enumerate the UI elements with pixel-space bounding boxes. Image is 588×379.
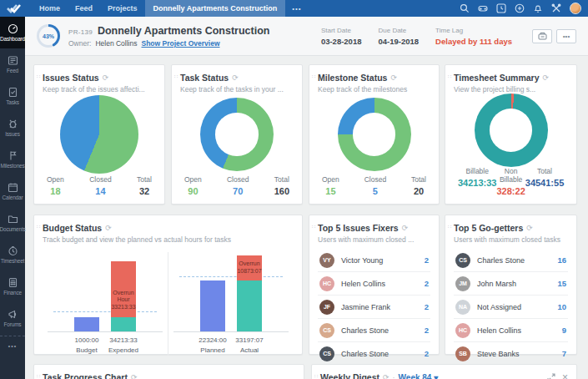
sidebar-item-finance[interactable]: Finance: [0, 270, 25, 302]
sidebar-item-forums[interactable]: Forums: [0, 302, 25, 334]
user-name: Charles Stone: [341, 350, 389, 358]
separator-dot: ·: [393, 373, 395, 379]
avatar: JM: [455, 276, 470, 291]
refresh-icon[interactable]: ⟳: [383, 373, 389, 379]
user-name: Not Assigned: [477, 303, 521, 311]
user-list-item[interactable]: SBSteve Banks7: [454, 342, 568, 365]
user-list-item[interactable]: HCHelen Collins2: [318, 272, 430, 296]
refresh-icon[interactable]: ⟳: [232, 73, 239, 82]
user-list-item[interactable]: CSCharles Stone2: [318, 319, 430, 342]
card-subtitle: Users with maximum closed ...: [318, 235, 430, 244]
sidebar-item-issues[interactable]: Issues: [0, 112, 25, 144]
stat-closed: Closed14: [89, 175, 111, 196]
sidebar-item-tasks[interactable]: Tasks: [0, 80, 25, 112]
user-list-item[interactable]: JMJohn Marsh15: [454, 272, 568, 296]
user-list-item[interactable]: CSCharles Stone16: [454, 249, 568, 272]
close-icon[interactable]: ×: [562, 372, 568, 379]
project-title: Donnelly Apartments Construction: [98, 25, 270, 37]
user-name: Steve Banks: [477, 350, 520, 358]
zoho-projects-logo-icon[interactable]: [7, 3, 22, 13]
layout-icon: [538, 32, 547, 40]
bar-label: 1000:00Budget: [68, 336, 105, 356]
closed-count[interactable]: 16: [557, 255, 566, 265]
project-progress-value: 43%: [43, 33, 54, 39]
drag-handle-icon[interactable]: ∷: [37, 373, 40, 379]
user-avatar[interactable]: [570, 3, 581, 14]
header-more-button[interactable]: •••: [556, 29, 576, 43]
card-subtitle: Track budget and view the planned vs act…: [43, 235, 294, 244]
expand-icon[interactable]: [547, 373, 555, 379]
drag-handle-icon[interactable]: ∷: [312, 73, 315, 79]
sidebar-item-dashboard[interactable]: Dashboard: [0, 17, 25, 48]
closed-count[interactable]: 2: [425, 326, 429, 335]
sidebar-item-documents[interactable]: Documents: [0, 207, 25, 239]
user-name: John Marsh: [477, 280, 516, 288]
tasks-icon: [8, 87, 18, 98]
closed-count[interactable]: 2: [425, 255, 429, 265]
sidebar-item-timesheet[interactable]: Timesheet: [0, 239, 25, 270]
search-icon[interactable]: [460, 3, 470, 13]
drag-handle-icon[interactable]: ∷: [37, 73, 40, 79]
avatar: JF: [319, 300, 334, 315]
card-task-status: ∷ Task Status ⟳ Keep track of the tasks …: [171, 64, 303, 205]
sidebar-item-calendar[interactable]: Calendar: [0, 175, 25, 207]
gamepad-icon[interactable]: [478, 3, 488, 13]
refresh-icon[interactable]: ⟳: [543, 73, 550, 82]
card-title: Timesheet Summary: [454, 73, 540, 83]
user-name: Helen Collins: [341, 280, 385, 288]
show-project-overview-link[interactable]: Show Project Overview: [142, 39, 220, 48]
sidebar-more-icon[interactable]: •••: [0, 336, 25, 349]
card-title: Budget Status: [43, 223, 102, 233]
stat-total: Total20: [411, 175, 426, 196]
card-subtitle: Users with maximum closed tasks: [454, 235, 568, 244]
drag-handle-icon[interactable]: ∷: [37, 224, 40, 230]
user-list-item[interactable]: HCHelen Collins9: [454, 319, 568, 342]
drag-handle-icon[interactable]: ∷: [448, 224, 451, 230]
card-title: Weekly Digest: [320, 372, 379, 379]
user-list-item[interactable]: CSCharles Stone2: [318, 342, 430, 365]
user-list-item[interactable]: NANot Assigned10: [454, 296, 568, 319]
nav-more-icon[interactable]: •••: [285, 5, 308, 13]
sidebar-item-milestones[interactable]: Milestones: [0, 144, 25, 175]
setup-tools-icon[interactable]: [551, 3, 561, 13]
layout-button[interactable]: [532, 29, 552, 43]
recent-items-icon[interactable]: [496, 3, 506, 13]
closed-count[interactable]: 2: [425, 279, 429, 288]
user-list-item[interactable]: VYVictor Young2: [318, 249, 430, 272]
refresh-icon[interactable]: ⟳: [526, 224, 533, 232]
closed-count[interactable]: 2: [425, 349, 429, 358]
drag-handle-icon[interactable]: ∷: [174, 73, 178, 79]
closed-count[interactable]: 2: [425, 302, 429, 311]
tab-active-project[interactable]: Donnelly Apartments Construction: [145, 0, 286, 17]
refresh-icon[interactable]: ⟳: [103, 73, 109, 82]
nav-projects[interactable]: Projects: [100, 0, 145, 17]
week-selector-dropdown[interactable]: Week 84 ▾: [399, 373, 439, 379]
avatar: SB: [455, 346, 470, 361]
closed-count[interactable]: 10: [557, 302, 566, 311]
closed-count[interactable]: 7: [562, 349, 566, 358]
closed-count[interactable]: 9: [562, 326, 566, 335]
nav-feed[interactable]: Feed: [68, 0, 100, 17]
card-subtitle: Keep track of the milestones: [318, 85, 430, 93]
card-title: Task Progress Chart: [43, 372, 128, 379]
refresh-icon[interactable]: ⟳: [131, 373, 138, 379]
issues-fixers-list: VYVictor Young2HCHelen Collins2JFJasmine…: [318, 249, 430, 365]
refresh-icon[interactable]: ⟳: [105, 224, 112, 232]
drag-handle-icon[interactable]: ∷: [314, 373, 318, 379]
stat-total: Total160: [274, 175, 289, 196]
notifications-bell-icon[interactable]: [533, 3, 543, 13]
add-icon[interactable]: [515, 3, 525, 13]
user-list-item[interactable]: JFJasmine Frank2: [318, 296, 430, 319]
refresh-icon[interactable]: ⟳: [390, 73, 397, 82]
nav-home[interactable]: Home: [32, 0, 68, 17]
closed-count[interactable]: 15: [557, 279, 566, 288]
budget-bar-chart: OverrunHour33213:331000:00Budget34213:33…: [43, 252, 294, 356]
drag-handle-icon[interactable]: ∷: [448, 73, 451, 79]
stat-closed: Closed70: [227, 175, 249, 196]
card-timesheet-summary: ∷ Timesheet Summary ⟳ View the project b…: [445, 64, 577, 205]
sidebar-item-feed[interactable]: Feed: [0, 48, 25, 80]
megaphone-icon: [8, 309, 18, 320]
refresh-icon[interactable]: ⟳: [402, 224, 409, 232]
bar-expended: OverrunHour33213:33: [111, 252, 136, 331]
drag-handle-icon[interactable]: ∷: [312, 224, 315, 230]
